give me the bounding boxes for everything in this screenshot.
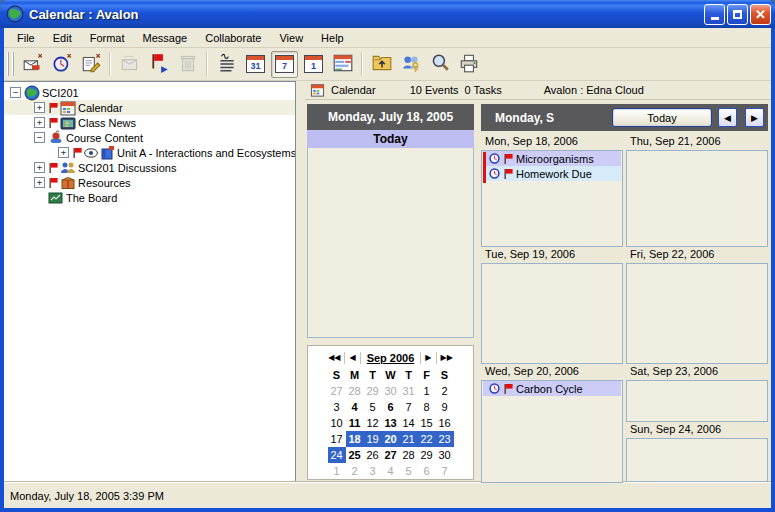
- menu-collaborate[interactable]: Collaborate: [196, 30, 270, 46]
- mini-calendar-day[interactable]: 28: [400, 447, 418, 463]
- toolbar-grip[interactable]: [7, 52, 14, 76]
- mini-calendar-day[interactable]: 2: [346, 463, 364, 479]
- day-cell[interactable]: MicroorganismsHomework Due: [481, 150, 623, 247]
- expand-icon[interactable]: +: [58, 147, 69, 158]
- menu-help[interactable]: Help: [312, 30, 353, 46]
- mini-calendar-day[interactable]: 15: [418, 415, 436, 431]
- panel-splitter[interactable]: [296, 81, 305, 482]
- event-homework-due[interactable]: Homework Due: [483, 166, 621, 181]
- month-view-button[interactable]: 31: [242, 51, 269, 78]
- next-year-icon[interactable]: ▶▶: [437, 352, 457, 364]
- expand-icon[interactable]: +: [34, 177, 45, 188]
- event-carbon-cycle[interactable]: Carbon Cycle: [483, 381, 621, 396]
- mini-calendar-day[interactable]: 9: [436, 399, 454, 415]
- day-panel-today-bar[interactable]: Today: [307, 130, 474, 148]
- close-button[interactable]: ✕: [750, 4, 771, 25]
- mini-calendar-day[interactable]: 10: [328, 415, 346, 431]
- mini-calendar-day[interactable]: 21: [400, 431, 418, 447]
- day-cell[interactable]: [481, 263, 623, 364]
- day-cell[interactable]: [626, 150, 768, 247]
- new-task-button[interactable]: [48, 51, 75, 78]
- tree-item-calendar[interactable]: +Calendar: [4, 100, 295, 115]
- day-cell[interactable]: [626, 380, 768, 422]
- next-month-icon[interactable]: ▶: [421, 352, 436, 364]
- mini-calendar-day[interactable]: 26: [364, 447, 382, 463]
- prev-month-icon[interactable]: ◀: [345, 352, 360, 364]
- flag-message-button[interactable]: [145, 51, 172, 78]
- day-cell[interactable]: Carbon Cycle: [481, 380, 623, 483]
- mini-calendar-day[interactable]: 2: [436, 383, 454, 399]
- mini-calendar-day[interactable]: 29: [364, 383, 382, 399]
- search-button[interactable]: [426, 51, 453, 78]
- minimize-button[interactable]: [704, 4, 725, 25]
- mini-calendar-day[interactable]: 4: [382, 463, 400, 479]
- mini-calendar-day[interactable]: 7: [400, 399, 418, 415]
- expand-icon[interactable]: +: [34, 162, 45, 173]
- menu-edit[interactable]: Edit: [44, 30, 81, 46]
- mini-calendar-day[interactable]: 5: [364, 399, 382, 415]
- tree-item-the-board[interactable]: The Board: [4, 190, 295, 205]
- mini-calendar-day[interactable]: 14: [400, 415, 418, 431]
- mini-calendar-day[interactable]: 24: [328, 447, 346, 463]
- print-button[interactable]: [455, 51, 482, 78]
- mini-calendar-day[interactable]: 27: [382, 447, 400, 463]
- mini-calendar-day[interactable]: 7: [436, 463, 454, 479]
- menu-file[interactable]: File: [8, 30, 44, 46]
- mini-calendar-day[interactable]: 16: [436, 415, 454, 431]
- day-cell[interactable]: [626, 438, 768, 482]
- mini-calendar-day[interactable]: 31: [400, 383, 418, 399]
- mini-calendar-day[interactable]: 11: [346, 415, 364, 431]
- collapse-icon[interactable]: −: [10, 87, 21, 98]
- mini-calendar-day[interactable]: 6: [382, 399, 400, 415]
- mini-calendar-day[interactable]: 30: [382, 383, 400, 399]
- mini-calendar-day[interactable]: 12: [364, 415, 382, 431]
- day-cell[interactable]: [626, 263, 768, 364]
- menu-format[interactable]: Format: [81, 30, 134, 46]
- permissions-button[interactable]: [397, 51, 424, 78]
- day-panel-body[interactable]: [307, 148, 474, 338]
- mini-calendar-day[interactable]: 27: [328, 383, 346, 399]
- mini-calendar-day[interactable]: 13: [382, 415, 400, 431]
- mini-calendar-day[interactable]: 3: [328, 399, 346, 415]
- mini-calendar-day[interactable]: 28: [346, 383, 364, 399]
- prev-week-button[interactable]: ◀: [718, 108, 737, 127]
- prev-year-icon[interactable]: ◀◀: [324, 352, 345, 364]
- day-view-button[interactable]: 1: [300, 51, 327, 78]
- folder-up-button[interactable]: [368, 51, 395, 78]
- expand-icon[interactable]: +: [34, 117, 45, 128]
- mini-calendar-day[interactable]: 29: [418, 447, 436, 463]
- tree-item-course-content[interactable]: −Course Content: [4, 130, 295, 145]
- week-view-button[interactable]: 7: [271, 51, 298, 78]
- mini-calendar-day[interactable]: 25: [346, 447, 364, 463]
- list-view-button[interactable]: [213, 51, 240, 78]
- mini-calendar-day[interactable]: 6: [418, 463, 436, 479]
- tree-item-unit-a-interactions-and-ecosystems[interactable]: +Unit A - Interactions and Ecosystems: [4, 145, 295, 160]
- multiweek-view-button[interactable]: [329, 51, 356, 78]
- tree-item-class-news[interactable]: +Class News: [4, 115, 295, 130]
- menu-view[interactable]: View: [270, 30, 312, 46]
- mini-calendar-day[interactable]: 19: [364, 431, 382, 447]
- expand-icon[interactable]: +: [34, 102, 45, 113]
- mini-calendar-day[interactable]: 3: [364, 463, 382, 479]
- maximize-button[interactable]: [727, 4, 748, 25]
- mini-calendar-day[interactable]: 30: [436, 447, 454, 463]
- today-button[interactable]: Today: [612, 108, 712, 127]
- mini-calendar-day[interactable]: 20: [382, 431, 400, 447]
- tree-item-sci201[interactable]: −SCI201: [4, 85, 295, 100]
- mini-calendar-month-label[interactable]: Sep 2006: [361, 352, 422, 364]
- mini-calendar-day[interactable]: 4: [346, 399, 364, 415]
- mini-calendar-day[interactable]: 23: [436, 431, 454, 447]
- mini-calendar-day[interactable]: 18: [346, 431, 364, 447]
- menu-message[interactable]: Message: [134, 30, 197, 46]
- mini-calendar-day[interactable]: 1: [328, 463, 346, 479]
- new-note-button[interactable]: [77, 51, 104, 78]
- mini-calendar-day[interactable]: 5: [400, 463, 418, 479]
- tree-item-sci201-discussions[interactable]: +SCI201 Discussions: [4, 160, 295, 175]
- mini-calendar-day[interactable]: 17: [328, 431, 346, 447]
- next-week-button[interactable]: ▶: [745, 108, 764, 127]
- mini-calendar-day[interactable]: 1: [418, 383, 436, 399]
- new-event-button[interactable]: [19, 51, 46, 78]
- mini-calendar-day[interactable]: 8: [418, 399, 436, 415]
- collapse-icon[interactable]: −: [34, 132, 45, 143]
- tree-item-resources[interactable]: +Resources: [4, 175, 295, 190]
